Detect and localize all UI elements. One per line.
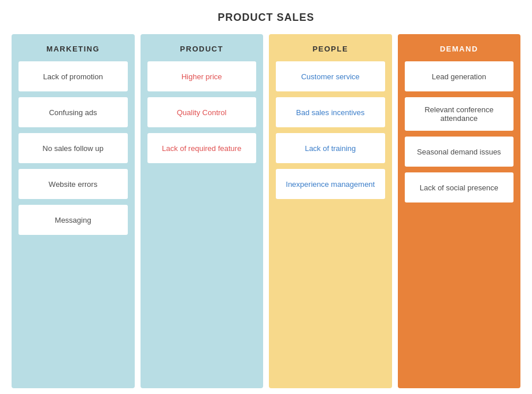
- column-header-product: PRODUCT: [180, 45, 223, 53]
- card-demand-0: Lead generation: [405, 61, 514, 91]
- card-product-1: Quality Control: [147, 97, 257, 127]
- cards-list-marketing: Lack of promotionConfusing adsNo sales f…: [19, 61, 128, 235]
- card-marketing-4: Messaging: [19, 205, 128, 235]
- cards-list-people: Customer serviceBad sales incentivesLack…: [276, 61, 385, 199]
- card-demand-3: Lack of social presence: [405, 172, 514, 202]
- columns-wrapper: MARKETINGLack of promotionConfusing adsN…: [12, 34, 520, 388]
- card-marketing-1: Confusing ads: [19, 97, 128, 127]
- column-header-marketing: MARKETING: [46, 45, 99, 53]
- page-title: PRODUCT SALES: [217, 12, 314, 24]
- card-marketing-0: Lack of promotion: [19, 61, 128, 91]
- card-product-2: Lack of required feature: [147, 133, 257, 163]
- card-marketing-2: No sales follow up: [19, 133, 128, 163]
- card-people-3: Inexperience management: [276, 169, 385, 199]
- column-header-people: PEOPLE: [312, 45, 348, 53]
- card-product-0: Higher price: [147, 61, 257, 91]
- card-people-2: Lack of training: [276, 133, 385, 163]
- column-marketing: MARKETINGLack of promotionConfusing adsN…: [12, 34, 135, 388]
- column-product: PRODUCTHigher priceQuality ControlLack o…: [141, 34, 264, 388]
- card-demand-1: Relevant conference attendance: [405, 97, 514, 131]
- card-people-1: Bad sales incentives: [276, 97, 385, 127]
- card-demand-2: Seasonal demand issues: [405, 137, 514, 167]
- column-header-demand: DEMAND: [440, 45, 478, 53]
- column-demand: DEMANDLead generationRelevant conference…: [398, 34, 521, 388]
- column-people: PEOPLECustomer serviceBad sales incentiv…: [269, 34, 392, 388]
- cards-list-demand: Lead generationRelevant conference atten…: [405, 61, 514, 202]
- card-people-0: Customer service: [276, 61, 385, 91]
- cards-list-product: Higher priceQuality ControlLack of requi…: [147, 61, 257, 163]
- card-marketing-3: Website errors: [19, 169, 128, 199]
